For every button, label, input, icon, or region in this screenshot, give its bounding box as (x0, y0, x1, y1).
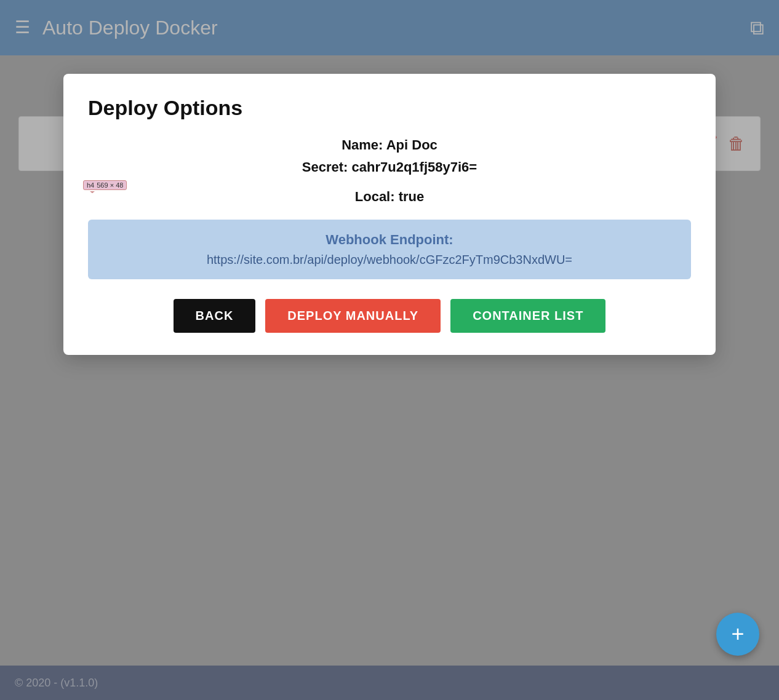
modal-local-detail: Local: true (88, 181, 691, 205)
element-badge: h4 569 × 48 (83, 180, 127, 190)
webhook-section: Webhook Endpoint: https://site.com.br/ap… (88, 220, 691, 279)
fab-icon: + (731, 623, 744, 645)
modal-title: Deploy Options (88, 96, 691, 120)
deploy-options-modal: Deploy Options Name: Api Doc Secret: cah… (63, 74, 716, 355)
back-button[interactable]: BACK (174, 299, 256, 333)
webhook-url: https://site.com.br/api/deploy/webhook/c… (100, 253, 679, 267)
badge-size: 569 × 48 (97, 181, 123, 189)
fab-button[interactable]: + (716, 613, 759, 656)
local-row-wrapper: h4 569 × 48 Local: true (88, 181, 691, 205)
modal-secret-detail: Secret: cahr7u2q1fj58y7i6= (88, 159, 691, 175)
modal-actions: BACK DEPLOY MANUALLY CONTAINER LIST (88, 299, 691, 333)
container-list-button[interactable]: CONTAINER LIST (450, 299, 605, 333)
modal-name-detail: Name: Api Doc (88, 137, 691, 153)
webhook-label: Webhook Endpoint: (100, 232, 679, 248)
modal-overlay: Deploy Options Name: Api Doc Secret: cah… (0, 0, 779, 700)
deploy-manually-button[interactable]: DEPLOY MANUALLY (265, 299, 441, 333)
badge-tag: h4 (87, 181, 94, 189)
